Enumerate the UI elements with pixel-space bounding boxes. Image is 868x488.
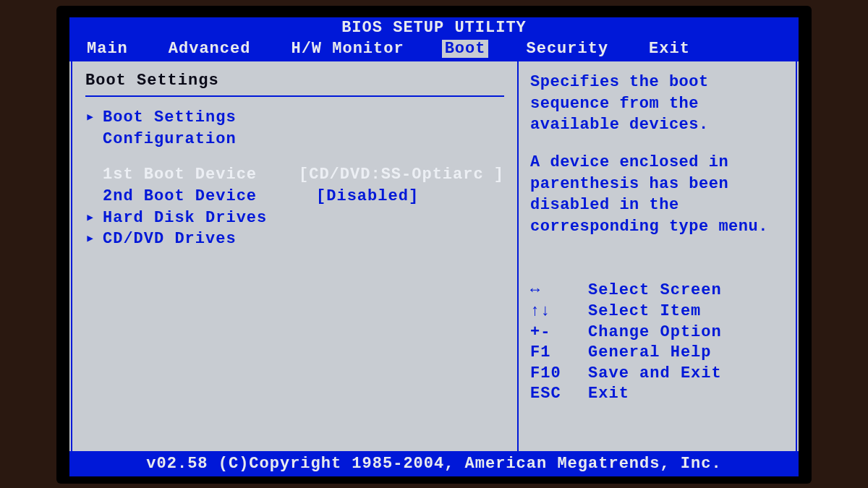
chevron-right-icon: ▸ [85, 228, 103, 250]
divider [85, 95, 504, 97]
submenu-label: CD/DVD Drives [103, 228, 316, 250]
tab-advanced[interactable]: Advanced [166, 40, 254, 58]
panel-heading: Boot Settings [85, 72, 504, 90]
help-panel: Specifies the boot sequence from the ava… [519, 61, 797, 451]
help-text-1: Specifies the boot sequence from the ava… [530, 72, 784, 136]
no-icon [85, 186, 103, 207]
tab-hw-monitor[interactable]: H/W Monitor [288, 40, 407, 58]
submenu-label: Boot Settings Configuration [103, 107, 316, 150]
submenu-cd-dvd-drives[interactable]: ▸ CD/DVD Drives [85, 228, 504, 250]
key-desc: General Help [588, 343, 711, 364]
key-label: F1 [530, 343, 588, 364]
arrows-horizontal-icon: ↔ [530, 281, 588, 301]
key-hint-select-item: ↑↓ Select Item [530, 301, 784, 322]
submenu-boot-settings-configuration[interactable]: ▸ Boot Settings Configuration [85, 107, 504, 150]
monitor-frame: BIOS SETUP UTILITY Main Advanced H/W Mon… [56, 6, 812, 484]
key-label: ESC [530, 384, 588, 405]
option-1st-boot-device[interactable]: 1st Boot Device [CD/DVD:SS-Optiarc ] [85, 164, 504, 186]
app-title: BIOS SETUP UTILITY [341, 19, 527, 37]
submenu-hard-disk-drives[interactable]: ▸ Hard Disk Drives [85, 207, 504, 229]
key-desc: Select Screen [588, 281, 722, 301]
bios-screen: BIOS SETUP UTILITY Main Advanced H/W Mon… [69, 17, 799, 476]
copyright-text: v02.58 (C)Copyright 1985-2004, American … [146, 455, 721, 473]
key-hint-exit: ESC Exit [530, 384, 784, 405]
submenu-value [316, 228, 504, 250]
key-hint-general-help: F1 General Help [530, 343, 784, 364]
tab-main[interactable]: Main [84, 40, 131, 58]
title-bar: BIOS SETUP UTILITY [69, 17, 799, 38]
left-panel: Boot Settings ▸ Boot Settings Configurat… [71, 61, 519, 451]
option-label: 2nd Boot Device [103, 186, 316, 207]
arrows-vertical-icon: ↑↓ [530, 301, 588, 322]
submenu-value [316, 107, 504, 150]
spacer [85, 150, 504, 164]
key-desc: Save and Exit [588, 364, 722, 385]
menu-bar: Main Advanced H/W Monitor Boot Security … [69, 38, 799, 60]
chevron-right-icon: ▸ [85, 207, 103, 229]
help-text-2: A device enclosed in parenthesis has bee… [530, 152, 784, 238]
key-hint-save-exit: F10 Save and Exit [530, 364, 784, 385]
option-2nd-boot-device[interactable]: 2nd Boot Device [Disabled] [85, 186, 504, 207]
key-desc: Exit [588, 384, 629, 405]
plus-minus-icon: +- [530, 322, 588, 343]
submenu-value [316, 207, 504, 229]
submenu-label: Hard Disk Drives [103, 207, 316, 229]
key-legend: ↔ Select Screen ↑↓ Select Item +- Change… [530, 281, 784, 405]
tab-security[interactable]: Security [523, 40, 611, 58]
option-value: [Disabled] [316, 186, 504, 207]
tab-exit[interactable]: Exit [646, 40, 693, 58]
key-desc: Select Item [588, 301, 701, 322]
key-hint-select-screen: ↔ Select Screen [530, 281, 784, 301]
content-area: Boot Settings ▸ Boot Settings Configurat… [69, 60, 799, 453]
footer-bar: v02.58 (C)Copyright 1985-2004, American … [69, 453, 799, 476]
key-hint-change-option: +- Change Option [530, 322, 784, 343]
no-icon [85, 164, 103, 186]
option-label: 1st Boot Device [103, 164, 299, 186]
chevron-right-icon: ▸ [85, 107, 103, 150]
key-desc: Change Option [588, 322, 722, 343]
tab-boot[interactable]: Boot [442, 40, 489, 58]
option-value: [CD/DVD:SS-Optiarc ] [299, 164, 504, 186]
key-label: F10 [530, 364, 588, 385]
